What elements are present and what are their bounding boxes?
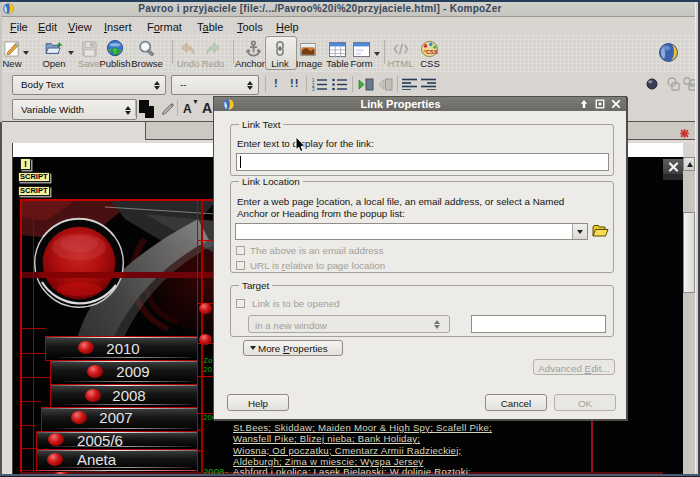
svg-text:CSS: CSS [426, 49, 438, 55]
svg-text:3: 3 [312, 87, 315, 91]
